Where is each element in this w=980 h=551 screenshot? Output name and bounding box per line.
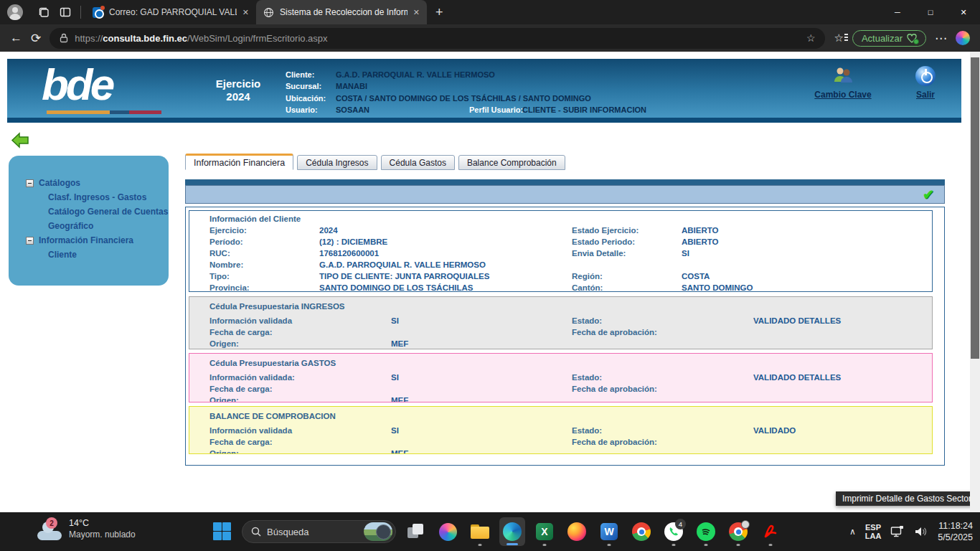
weather-badge: 2 <box>46 517 57 529</box>
taskbar: 2 14°C Mayorm. nublado Búsqueda X W <box>0 512 980 551</box>
sidebar-item-catalogo-general-cuentas[interactable]: Catálogo General de Cuentas <box>9 204 169 219</box>
collapse-menu-arrow-icon[interactable] <box>11 132 30 151</box>
minimize-button[interactable]: ─ <box>881 0 914 24</box>
back-button[interactable]: ← <box>10 31 22 45</box>
section-title: Cédula Presupuestaria GASTOS <box>209 357 932 369</box>
workspaces-icon[interactable] <box>33 1 55 23</box>
edge-icon <box>503 522 522 541</box>
refresh-button[interactable]: ⟳ <box>31 31 41 46</box>
salir-block: Salir <box>903 66 948 100</box>
task-view-button[interactable] <box>402 516 428 547</box>
tab-balance-comprobacion[interactable]: Balance Comprobación <box>458 155 565 170</box>
header-row-usuario: Usuario:SOSAAN Perfil Usuario:CLIENTE - … <box>286 104 646 116</box>
chrome-button[interactable] <box>628 516 654 547</box>
clock[interactable]: 11:18:24 5/5/2025 <box>938 520 973 543</box>
browser-tab-correo[interactable]: Correo: GAD PARROQUIAL VALLE ✕ <box>85 0 256 24</box>
firefox-icon <box>567 522 586 541</box>
tooltip-imprimir-detalle: Imprimir Detalle de Gastos Sector <box>836 491 978 506</box>
search-daily-image[interactable] <box>364 522 392 541</box>
new-tab-button[interactable]: + <box>435 5 443 20</box>
client-header-info: Cliente:G.A.D. PARROQUIAL R. VALLE HERMO… <box>286 69 646 116</box>
browser-tab-sistema[interactable]: Sistema de Recoleccion de Inform ✕ <box>256 0 427 24</box>
folder-icon <box>471 524 489 539</box>
url-text: https://consulta.bde.fin.ec/WebSim/Login… <box>75 33 800 44</box>
validate-check-icon[interactable]: ✔ <box>923 187 934 203</box>
header-row-cliente: Cliente:G.A.D. PARROQUIAL R. VALLE HERMO… <box>286 69 646 80</box>
network-icon[interactable] <box>890 525 905 538</box>
favorites-list-icon[interactable]: ☆ <box>834 32 843 44</box>
close-button[interactable]: ✕ <box>947 0 980 24</box>
screen: Correo: GAD PARROQUIAL VALLE ✕ Sistema d… <box>0 0 980 551</box>
menu-ellipsis-icon[interactable]: ⋯ <box>935 31 947 46</box>
tab-informacion-financiera[interactable]: Información Financiera <box>185 154 293 170</box>
content-container: Información del Cliente Ejercicio:2024 E… <box>185 207 945 466</box>
header-row-sucursal: Sucursal:MANABI <box>286 80 646 92</box>
page-scrollbar[interactable] <box>970 52 980 512</box>
file-explorer-button[interactable] <box>467 516 493 547</box>
chrome-profile-button[interactable] <box>725 516 751 547</box>
favorite-star-icon[interactable]: ☆ <box>806 32 816 44</box>
scrollbar-thumb[interactable] <box>971 57 979 359</box>
web-page: bde Ejercicio 2024 Cliente:G.A.D. PARROQ… <box>0 52 980 512</box>
section-row: Origen:MEF <box>209 448 932 454</box>
search-placeholder: Búsqueda <box>267 527 358 537</box>
acrobat-icon <box>763 524 778 540</box>
panel-title: Información del Cliente <box>209 213 932 225</box>
firefox-button[interactable] <box>564 516 590 547</box>
sidebar-menu: Catálogos Clasf. Ingresos - Gastos Catál… <box>9 156 169 286</box>
spotify-button[interactable] <box>693 516 719 547</box>
whatsapp-button[interactable]: 4 <box>661 516 687 547</box>
start-button[interactable] <box>209 516 235 547</box>
windows-icon <box>213 522 232 541</box>
acrobat-button[interactable] <box>758 516 783 547</box>
bde-logo-stripe <box>47 110 161 114</box>
sidebar-item-geografico[interactable]: Geográfico <box>9 219 169 233</box>
tab-title: Sistema de Recoleccion de Inform <box>280 7 407 17</box>
sidebar-item-informacion-financiera[interactable]: Información Financiera <box>9 233 169 248</box>
globe-icon <box>263 7 274 18</box>
section-row: Fecha de carga: Fecha de aprobación: <box>209 326 932 338</box>
section-row: Información validadaSI Estado:VALIDADO D… <box>209 315 932 326</box>
section-cedula-ingresos: Cédula Presupuestaria INGRESOS Informaci… <box>189 296 933 349</box>
excel-button[interactable]: X <box>532 516 557 547</box>
task-view-icon <box>407 524 423 540</box>
tab-close-icon[interactable]: ✕ <box>242 8 249 17</box>
copilot-taskbar-button[interactable] <box>435 516 461 547</box>
tab-cedula-ingresos[interactable]: Cédula Ingresos <box>297 155 377 170</box>
browser-health-icon <box>907 34 917 43</box>
collapse-minus-icon[interactable] <box>26 237 34 245</box>
sidebar-item-clasf-ingresos-gastos[interactable]: Clasf. Ingresos - Gastos <box>9 190 169 204</box>
power-icon <box>915 66 936 86</box>
copilot-icon <box>439 523 457 541</box>
sidebar-item-cliente[interactable]: Cliente <box>9 248 169 262</box>
language-indicator[interactable]: ESP LAA <box>865 523 882 541</box>
word-button[interactable]: W <box>596 516 622 547</box>
browser-profile-avatar[interactable] <box>7 4 23 20</box>
tab-cedula-gastos[interactable]: Cédula Gastos <box>381 155 455 170</box>
whatsapp-badge: 4 <box>675 519 686 529</box>
bde-header: bde Ejercicio 2024 Cliente:G.A.D. PARROQ… <box>7 59 961 123</box>
sidebar-item-catalogos[interactable]: Catálogos <box>9 176 169 190</box>
maximize-button[interactable]: □ <box>914 0 947 24</box>
edge-button[interactable] <box>499 517 525 546</box>
weather-widget[interactable]: 2 14°C Mayorm. nublado <box>37 517 136 540</box>
ejercicio-label: Ejercicio 2024 <box>207 77 270 103</box>
copilot-icon[interactable] <box>956 31 970 45</box>
browser-tabstrip: Correo: GAD PARROQUIAL VALLE ✕ Sistema d… <box>0 0 980 24</box>
salir-link[interactable]: Salir <box>916 90 935 100</box>
client-row-nombre: Nombre:G.A.D. PARROQUIAL R. VALLE HERMOS… <box>209 259 932 270</box>
search-box[interactable]: Búsqueda <box>242 520 396 543</box>
browser-addressbar: ← ⟳ https://consulta.bde.fin.ec/WebSim/L… <box>0 24 980 52</box>
client-row-provincia: Provincia:SANTO DOMINGO DE LOS TSÁCHILAS… <box>209 282 932 292</box>
tray-chevron-icon[interactable]: ∧ <box>849 527 856 537</box>
tab-close-icon[interactable]: ✕ <box>413 8 420 17</box>
tab-actions-icon[interactable] <box>55 1 76 23</box>
excel-icon: X <box>536 523 553 540</box>
toolbar-band: ✔ <box>185 185 945 204</box>
speaker-icon[interactable] <box>914 526 928 537</box>
actualizar-button[interactable]: Actualizar <box>852 30 926 47</box>
collapse-minus-icon[interactable] <box>26 179 34 187</box>
cambio-clave-link[interactable]: Cambio Clave <box>814 90 871 100</box>
actualizar-label: Actualizar <box>862 33 903 44</box>
url-bar[interactable]: https://consulta.bde.fin.ec/WebSim/Login… <box>50 28 825 49</box>
